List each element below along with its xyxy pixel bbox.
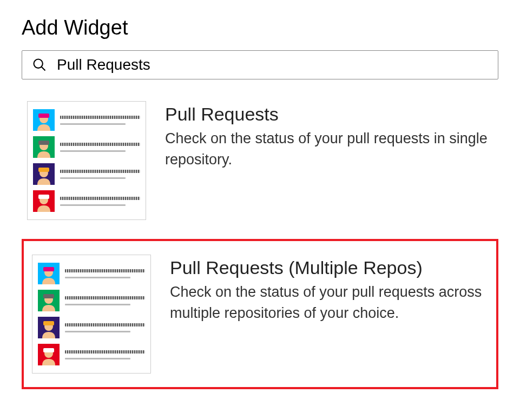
thumb-row — [38, 290, 145, 311]
widget-title: Pull Requests (Multiple Repos) — [170, 257, 488, 278]
thumb-lines — [60, 170, 140, 179]
avatar-icon — [33, 163, 55, 185]
widget-thumbnail — [27, 101, 146, 220]
svg-rect-13 — [38, 195, 49, 199]
thumb-row — [33, 190, 140, 212]
widget-description: Check on the status of your pull request… — [170, 282, 488, 324]
thumb-line-short — [65, 277, 130, 278]
widget-info: Pull Requests Check on the status of you… — [165, 101, 493, 170]
thumb-line-short — [60, 150, 126, 152]
thumb-line-short — [65, 358, 130, 359]
thumb-line — [60, 197, 140, 200]
svg-rect-22 — [43, 321, 54, 325]
avatar-icon — [33, 190, 55, 212]
thumb-line — [65, 323, 145, 326]
svg-point-0 — [34, 59, 43, 68]
thumb-row — [33, 109, 140, 131]
thumb-line — [60, 170, 140, 173]
page-title: Add Widget — [22, 16, 498, 39]
thumb-line — [65, 269, 145, 272]
thumb-line — [65, 296, 145, 299]
thumb-lines — [65, 323, 145, 332]
thumb-line — [65, 350, 145, 354]
svg-rect-7 — [38, 141, 49, 145]
thumb-line-short — [60, 204, 126, 206]
widget-item[interactable]: Pull Requests (Multiple Repos) Check on … — [22, 239, 498, 389]
svg-rect-16 — [43, 267, 54, 271]
svg-rect-4 — [38, 114, 49, 118]
svg-rect-19 — [43, 294, 54, 298]
thumb-lines — [65, 296, 145, 305]
thumb-lines — [60, 116, 140, 125]
thumb-line-short — [60, 177, 126, 179]
thumb-lines — [60, 143, 140, 152]
widget-description: Check on the status of your pull request… — [165, 128, 493, 170]
thumb-lines — [65, 350, 145, 359]
thumb-line-short — [65, 331, 130, 332]
thumb-line — [60, 143, 140, 146]
widget-item[interactable]: Pull Requests Check on the status of you… — [22, 93, 498, 228]
thumb-row — [38, 317, 145, 338]
thumb-row — [38, 344, 145, 365]
svg-rect-25 — [43, 348, 54, 352]
thumb-lines — [60, 197, 140, 206]
thumb-line-short — [65, 304, 130, 305]
widget-info: Pull Requests (Multiple Repos) Check on … — [170, 255, 488, 324]
thumb-line — [60, 116, 140, 119]
widget-thumbnail — [32, 255, 151, 374]
svg-line-1 — [42, 67, 45, 71]
search-input[interactable] — [57, 56, 488, 74]
thumb-row — [33, 163, 140, 185]
avatar-icon — [38, 344, 60, 365]
avatar-icon — [38, 317, 60, 338]
thumb-lines — [65, 269, 145, 278]
search-box[interactable] — [22, 50, 498, 79]
search-icon — [32, 57, 47, 72]
avatar-icon — [38, 290, 60, 311]
avatar-icon — [38, 263, 60, 284]
avatar-icon — [33, 109, 55, 131]
thumb-line-short — [60, 123, 126, 125]
thumb-row — [38, 263, 145, 284]
widget-title: Pull Requests — [165, 104, 493, 125]
thumb-row — [33, 136, 140, 158]
svg-rect-10 — [38, 168, 49, 172]
avatar-icon — [33, 136, 55, 158]
